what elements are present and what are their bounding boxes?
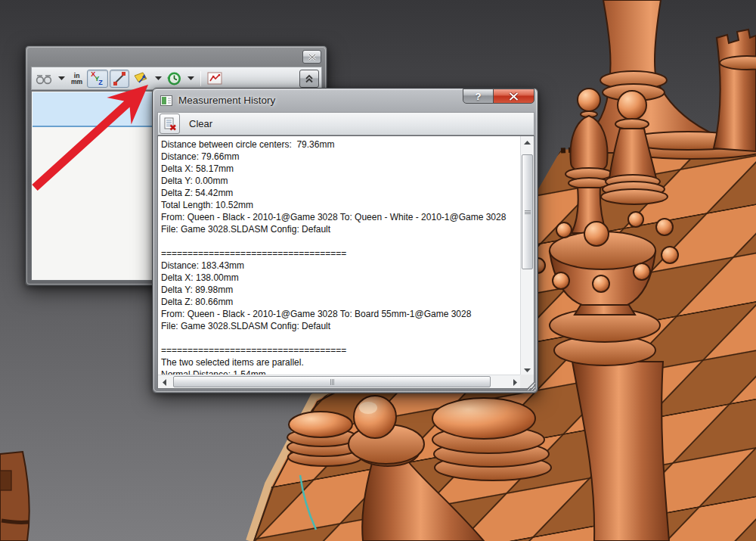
measurement-plane-button[interactable]	[131, 70, 150, 88]
triangle-down-icon	[524, 368, 531, 372]
arc-circle-icon	[36, 72, 52, 86]
history-line: Distance: 183.43mm	[161, 260, 522, 272]
history-lines: Distance between circle centers: 79.36mm…	[158, 136, 522, 376]
xyz-icon: X Y Z	[89, 70, 106, 87]
measurement-history-button[interactable]	[165, 70, 183, 88]
dialog-close-button[interactable]	[493, 89, 534, 104]
dialog-titlebar-icon	[160, 95, 172, 106]
chevron-down-icon	[187, 76, 194, 80]
history-line: Delta X: 58.17mm	[161, 163, 522, 175]
board-corner-piece	[0, 452, 29, 541]
measurement-history-dialog: Measurement History ? Clear Distance bet…	[152, 88, 538, 393]
history-line: File: Game 3028.SLDASM Config: Default	[161, 320, 522, 332]
triangle-left-icon	[163, 379, 166, 386]
dialog-toolbar: Clear	[157, 112, 534, 135]
arc-measure-dropdown[interactable]	[57, 70, 67, 88]
dialog-help-button[interactable]: ?	[463, 89, 494, 104]
toolbar-separator	[200, 71, 201, 86]
history-line: Distance: 79.66mm	[161, 151, 522, 163]
collapse-toolbar-button[interactable]	[299, 70, 319, 88]
history-line: From: Queen - Black - 2010-1@Game 3028 T…	[161, 308, 522, 320]
plane-dropdown[interactable]	[153, 70, 163, 88]
vertical-scrollbar[interactable]	[520, 136, 534, 376]
history-line: From: Queen - Black - 2010-1@Game 3028 T…	[161, 211, 522, 223]
screenshot-root: in mm X Y Z	[0, 0, 756, 541]
history-line	[161, 235, 522, 247]
clear-button[interactable]	[160, 113, 180, 134]
close-icon	[308, 54, 316, 61]
clear-history-icon	[163, 117, 177, 131]
piece-rook	[714, 30, 756, 151]
scroll-left-button[interactable]	[158, 376, 171, 388]
plane-icon	[132, 72, 149, 85]
xyz-components-button[interactable]: X Y Z	[87, 70, 108, 88]
history-line: Delta Z: 80.66mm	[161, 296, 522, 308]
history-clock-icon	[166, 71, 181, 86]
history-line: The two selected items are parallel.	[161, 356, 522, 368]
horizontal-scroll-thumb[interactable]	[173, 376, 491, 387]
history-line: File: Game 3028.SLDASM Config: Default	[161, 223, 522, 235]
clear-button-label: Clear	[189, 118, 212, 129]
history-line	[161, 332, 522, 344]
double-chevron-up-icon	[305, 74, 314, 83]
chevron-down-icon	[58, 76, 65, 80]
history-line: Total Length: 10.52mm	[161, 199, 522, 211]
point-to-point-icon	[112, 71, 127, 86]
measure-toolbar: in mm X Y Z	[31, 67, 322, 90]
chevron-down-icon	[155, 76, 162, 80]
history-line: Delta Y: 0.00mm	[161, 175, 522, 187]
arc-circle-measurements-button[interactable]	[34, 70, 54, 88]
palette-close-button[interactable]	[302, 50, 321, 64]
history-line: Delta X: 138.00mm	[161, 272, 522, 284]
close-icon	[509, 92, 519, 101]
create-sensor-button[interactable]	[206, 70, 224, 88]
units-button[interactable]: in mm	[68, 70, 85, 88]
thumb-grip	[330, 379, 334, 385]
scroll-up-button[interactable]	[521, 136, 534, 148]
thumb-grip	[525, 210, 531, 214]
history-line: ===================================	[161, 247, 522, 260]
resize-grip[interactable]	[525, 381, 536, 391]
horizontal-scrollbar[interactable]	[158, 375, 522, 388]
point-to-point-button[interactable]	[110, 70, 129, 88]
history-line: Distance between circle centers: 79.36mm	[161, 138, 522, 151]
history-text-area[interactable]: Distance between circle centers: 79.36mm…	[157, 135, 534, 389]
history-dropdown[interactable]	[186, 70, 196, 88]
units-icon: in mm	[70, 73, 84, 85]
dialog-title: Measurement History	[178, 95, 275, 106]
vertical-scroll-thumb[interactable]	[522, 154, 533, 269]
history-line: Delta Y: 89.98mm	[161, 284, 522, 296]
triangle-right-icon	[513, 379, 517, 386]
history-line: ===================================	[161, 344, 522, 356]
triangle-up-icon	[524, 141, 531, 145]
sensor-chart-icon	[207, 72, 222, 85]
history-line: Delta Z: 54.42mm	[161, 187, 522, 199]
